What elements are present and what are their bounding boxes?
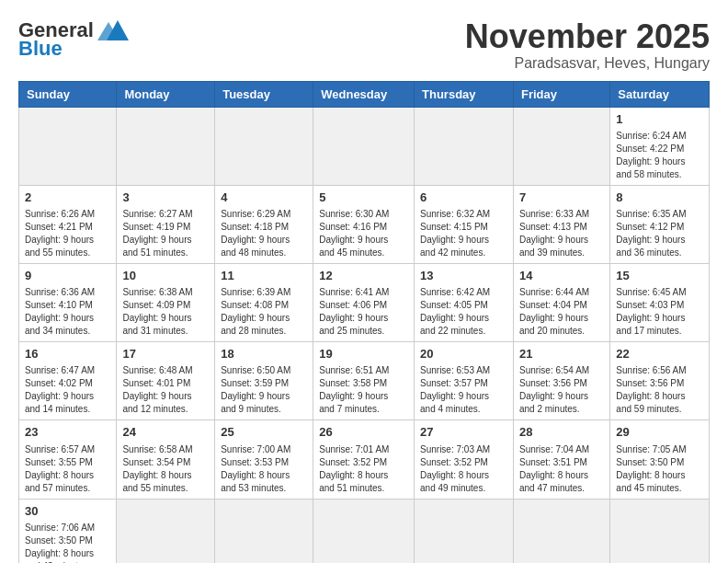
day-info: Sunrise: 6:30 AM Sunset: 4:16 PM Dayligh… (319, 208, 408, 259)
day-info: Sunrise: 7:00 AM Sunset: 3:53 PM Dayligh… (221, 443, 307, 495)
day-info: Sunrise: 6:47 AM Sunset: 4:02 PM Dayligh… (25, 364, 110, 416)
col-tuesday: Tuesday (215, 81, 313, 107)
logo-icon (97, 18, 132, 42)
calendar-cell: 15Sunrise: 6:45 AM Sunset: 4:03 PM Dayli… (610, 263, 710, 341)
calendar-table: Sunday Monday Tuesday Wednesday Thursday… (18, 81, 710, 563)
day-info: Sunrise: 6:35 AM Sunset: 4:12 PM Dayligh… (616, 208, 703, 259)
day-info: Sunrise: 6:51 AM Sunset: 3:58 PM Dayligh… (319, 364, 408, 416)
day-info: Sunrise: 6:58 AM Sunset: 3:54 PM Dayligh… (122, 443, 209, 495)
calendar-cell: 28Sunrise: 7:04 AM Sunset: 3:51 PM Dayli… (513, 420, 609, 499)
calendar-cell: 1Sunrise: 6:24 AM Sunset: 4:22 PM Daylig… (610, 107, 710, 185)
calendar-cell (513, 499, 609, 563)
calendar-cell: 22Sunrise: 6:56 AM Sunset: 3:56 PM Dayli… (610, 342, 710, 420)
calendar-cell (415, 499, 514, 563)
calendar-cell: 23Sunrise: 6:57 AM Sunset: 3:55 PM Dayli… (19, 420, 117, 499)
calendar-week-row: 9Sunrise: 6:36 AM Sunset: 4:10 PM Daylig… (19, 263, 710, 341)
day-info: Sunrise: 6:26 AM Sunset: 4:21 PM Dayligh… (25, 208, 110, 259)
day-number: 25 (221, 424, 307, 441)
day-info: Sunrise: 6:56 AM Sunset: 3:56 PM Dayligh… (616, 364, 703, 416)
day-info: Sunrise: 6:29 AM Sunset: 4:18 PM Dayligh… (221, 208, 307, 259)
day-number: 27 (420, 424, 507, 441)
col-friday: Friday (513, 81, 609, 107)
day-number: 29 (616, 424, 703, 441)
day-number: 10 (122, 268, 209, 284)
calendar-header-row: Sunday Monday Tuesday Wednesday Thursday… (19, 81, 710, 107)
day-info: Sunrise: 6:50 AM Sunset: 3:59 PM Dayligh… (221, 364, 307, 416)
day-number: 28 (519, 424, 604, 441)
calendar-cell: 8Sunrise: 6:35 AM Sunset: 4:12 PM Daylig… (610, 185, 710, 263)
col-monday: Monday (117, 81, 215, 107)
calendar-cell: 12Sunrise: 6:41 AM Sunset: 4:06 PM Dayli… (313, 263, 415, 341)
day-number: 5 (319, 190, 408, 206)
calendar-cell: 27Sunrise: 7:03 AM Sunset: 3:52 PM Dayli… (415, 420, 514, 499)
day-number: 7 (519, 190, 604, 206)
day-info: Sunrise: 7:04 AM Sunset: 3:51 PM Dayligh… (519, 443, 604, 495)
day-info: Sunrise: 7:06 AM Sunset: 3:50 PM Dayligh… (25, 522, 110, 563)
calendar-cell (313, 107, 415, 185)
calendar-cell: 11Sunrise: 6:39 AM Sunset: 4:08 PM Dayli… (215, 263, 313, 341)
title-area: November 2025 Paradsasvar, Heves, Hungar… (465, 18, 710, 72)
day-number: 17 (122, 346, 209, 362)
location-subtitle: Paradsasvar, Heves, Hungary (465, 55, 710, 72)
day-number: 1 (616, 111, 703, 128)
month-title: November 2025 (465, 18, 710, 55)
day-number: 22 (616, 346, 703, 362)
calendar-cell (513, 107, 609, 185)
day-number: 24 (122, 424, 209, 441)
day-number: 18 (221, 346, 307, 362)
day-number: 30 (25, 503, 110, 520)
calendar-cell: 17Sunrise: 6:48 AM Sunset: 4:01 PM Dayli… (117, 342, 215, 420)
day-info: Sunrise: 6:57 AM Sunset: 3:55 PM Dayligh… (25, 443, 110, 495)
calendar-week-row: 30Sunrise: 7:06 AM Sunset: 3:50 PM Dayli… (19, 499, 710, 563)
page-header: General Blue November 2025 Paradsasvar, … (18, 18, 710, 72)
calendar-cell: 2Sunrise: 6:26 AM Sunset: 4:21 PM Daylig… (19, 185, 117, 263)
day-info: Sunrise: 6:45 AM Sunset: 4:03 PM Dayligh… (616, 286, 703, 338)
calendar-cell: 25Sunrise: 7:00 AM Sunset: 3:53 PM Dayli… (215, 420, 313, 499)
day-info: Sunrise: 6:44 AM Sunset: 4:04 PM Dayligh… (519, 286, 604, 338)
calendar-cell (215, 107, 313, 185)
day-number: 16 (25, 346, 110, 362)
day-info: Sunrise: 7:05 AM Sunset: 3:50 PM Dayligh… (616, 443, 703, 495)
day-number: 3 (122, 190, 209, 206)
calendar-cell (215, 499, 313, 563)
day-info: Sunrise: 6:39 AM Sunset: 4:08 PM Dayligh… (221, 286, 307, 338)
calendar-cell: 7Sunrise: 6:33 AM Sunset: 4:13 PM Daylig… (513, 185, 609, 263)
day-number: 4 (221, 190, 307, 206)
day-number: 13 (420, 268, 507, 284)
col-sunday: Sunday (19, 81, 117, 107)
calendar-cell: 9Sunrise: 6:36 AM Sunset: 4:10 PM Daylig… (19, 263, 117, 341)
day-info: Sunrise: 6:48 AM Sunset: 4:01 PM Dayligh… (122, 364, 209, 416)
calendar-cell (19, 107, 117, 185)
calendar-cell: 14Sunrise: 6:44 AM Sunset: 4:04 PM Dayli… (513, 263, 609, 341)
calendar-cell (117, 107, 215, 185)
day-info: Sunrise: 6:53 AM Sunset: 3:57 PM Dayligh… (420, 364, 507, 416)
day-number: 20 (420, 346, 507, 362)
calendar-cell: 5Sunrise: 6:30 AM Sunset: 4:16 PM Daylig… (313, 185, 415, 263)
day-info: Sunrise: 6:42 AM Sunset: 4:05 PM Dayligh… (420, 286, 507, 338)
calendar-cell: 3Sunrise: 6:27 AM Sunset: 4:19 PM Daylig… (117, 185, 215, 263)
day-info: Sunrise: 6:33 AM Sunset: 4:13 PM Dayligh… (519, 208, 604, 259)
calendar-cell: 26Sunrise: 7:01 AM Sunset: 3:52 PM Dayli… (313, 420, 415, 499)
day-number: 14 (519, 268, 604, 284)
calendar-cell: 13Sunrise: 6:42 AM Sunset: 4:05 PM Dayli… (415, 263, 514, 341)
calendar-week-row: 23Sunrise: 6:57 AM Sunset: 3:55 PM Dayli… (19, 420, 710, 499)
day-number: 6 (420, 190, 507, 206)
day-number: 2 (25, 190, 110, 206)
col-saturday: Saturday (610, 81, 710, 107)
day-info: Sunrise: 7:03 AM Sunset: 3:52 PM Dayligh… (420, 443, 507, 495)
logo: General Blue (18, 18, 132, 61)
calendar-cell (313, 499, 415, 563)
calendar-cell: 24Sunrise: 6:58 AM Sunset: 3:54 PM Dayli… (117, 420, 215, 499)
day-number: 8 (616, 190, 703, 206)
day-number: 26 (319, 424, 408, 441)
day-number: 23 (25, 424, 110, 441)
calendar-week-row: 2Sunrise: 6:26 AM Sunset: 4:21 PM Daylig… (19, 185, 710, 263)
calendar-cell: 21Sunrise: 6:54 AM Sunset: 3:56 PM Dayli… (513, 342, 609, 420)
day-info: Sunrise: 6:32 AM Sunset: 4:15 PM Dayligh… (420, 208, 507, 259)
day-info: Sunrise: 6:41 AM Sunset: 4:06 PM Dayligh… (319, 286, 408, 338)
calendar-week-row: 16Sunrise: 6:47 AM Sunset: 4:02 PM Dayli… (19, 342, 710, 420)
calendar-week-row: 1Sunrise: 6:24 AM Sunset: 4:22 PM Daylig… (19, 107, 710, 185)
calendar-cell: 4Sunrise: 6:29 AM Sunset: 4:18 PM Daylig… (215, 185, 313, 263)
day-number: 21 (519, 346, 604, 362)
col-wednesday: Wednesday (313, 81, 415, 107)
